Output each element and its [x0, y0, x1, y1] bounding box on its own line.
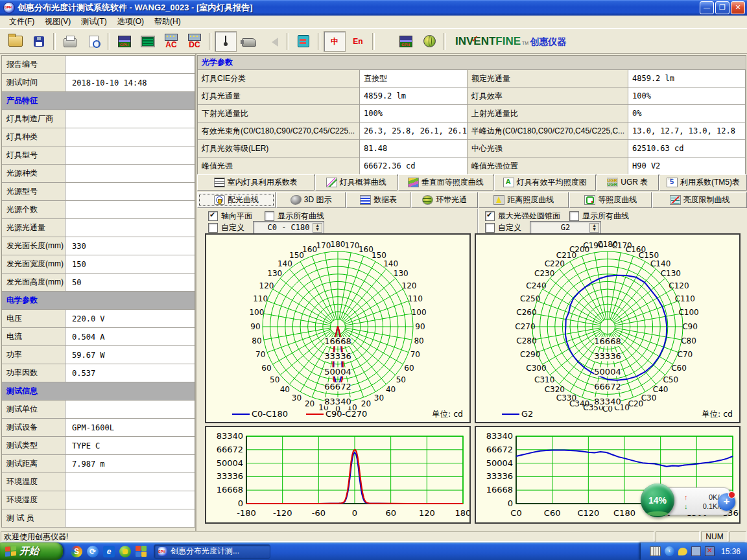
plane-select[interactable]: C0 - C180 ▲▼ — [253, 221, 324, 235]
title-bar: 创惠分布光度计测试系统软件 - WANG2_0023 - [室内灯具报告] — … — [0, 0, 747, 16]
custom-right-checkbox[interactable] — [485, 223, 495, 233]
plane-spinner[interactable]: ▲▼ — [313, 223, 322, 233]
show-all-curves-right-checkbox[interactable] — [569, 211, 579, 221]
row-value[interactable] — [65, 401, 195, 418]
show-all-curves-left-checkbox[interactable] — [265, 211, 274, 221]
projector-icon[interactable] — [238, 31, 260, 52]
svg-text:C30: C30 — [641, 393, 657, 402]
quick-launch-desktop-icon[interactable] — [136, 546, 147, 557]
tab-label: 灯具有效平均照度图 — [517, 177, 587, 188]
svg-text:C290: C290 — [520, 350, 540, 359]
close-button[interactable]: ✕ — [731, 1, 745, 14]
svg-text:0: 0 — [352, 508, 357, 518]
row-value[interactable] — [65, 165, 195, 182]
tab-环带光通[interactable]: 环带光通 — [411, 192, 478, 208]
row-value[interactable]: 7.987 m — [65, 455, 195, 472]
menu-item-0[interactable]: 文件(F) — [4, 15, 40, 29]
minimize-button[interactable]: — — [700, 1, 714, 14]
globe-icon[interactable] — [418, 31, 440, 52]
row-value[interactable]: GPM-1600L — [65, 419, 195, 436]
row-value[interactable]: TYPE C — [65, 437, 195, 454]
keyboard-tray-icon[interactable] — [650, 546, 661, 556]
ac-source-icon[interactable]: AC — [160, 31, 182, 52]
svg-text:C180: C180 — [613, 508, 635, 518]
network-disconnected-icon[interactable]: ✕ — [705, 546, 715, 556]
row-value[interactable]: 2018-10-10 14:48 — [65, 74, 195, 91]
gpm-device-icon[interactable] — [113, 31, 136, 52]
table-row: 功率因数0.537 — [2, 364, 195, 382]
status-panel-spare — [656, 531, 700, 542]
tab-垂直面等照度曲线[interactable]: 垂直面等照度曲线 — [398, 174, 493, 191]
row-value[interactable] — [65, 219, 195, 237]
tab-灯具概算曲线[interactable]: 灯具概算曲线 — [315, 174, 397, 191]
save-icon[interactable] — [28, 31, 50, 52]
row-value[interactable] — [65, 146, 195, 164]
messenger-tray-icon[interactable] — [678, 548, 687, 555]
open-icon[interactable] — [5, 31, 27, 52]
tab-label: 室内灯具利用系数表 — [228, 177, 298, 188]
quick-launch-ie-icon[interactable]: e — [103, 546, 115, 557]
svg-text:C100: C100 — [678, 308, 698, 317]
taskbar-task-button[interactable]: 创惠分布光度计测... — [154, 544, 270, 559]
row-value[interactable]: 0.537 — [65, 364, 195, 382]
row-value[interactable] — [65, 509, 195, 527]
tab-3D 图示[interactable]: 3D 图示 — [276, 192, 346, 208]
optical-value: 62510.63 cd — [628, 140, 746, 157]
menu-item-1[interactable]: 视图(V) — [40, 15, 76, 29]
row-value[interactable] — [65, 183, 195, 200]
gpm-device2-icon[interactable] — [395, 31, 417, 52]
tab-亮度限制曲线[interactable]: 亮度限制曲线 — [652, 192, 747, 208]
row-value[interactable]: 50 — [65, 274, 195, 291]
max-intensity-cone-checkbox[interactable] — [485, 211, 495, 221]
preview-icon[interactable] — [82, 31, 104, 52]
pendulum-test-icon[interactable] — [215, 31, 237, 52]
start-button[interactable]: 开始 — [0, 542, 63, 560]
tab-室内灯具利用系数表[interactable]: 室内灯具利用系数表 — [197, 174, 314, 191]
row-value[interactable]: 59.67 W — [65, 346, 195, 364]
quick-launch-browser-icon[interactable]: ⟳ — [87, 546, 99, 557]
dc-source-icon[interactable]: DC — [184, 31, 206, 52]
row-value[interactable] — [65, 491, 195, 509]
tab-距离照度曲线[interactable]: 距离照度曲线 — [479, 192, 569, 208]
menu-item-4[interactable]: 帮助(H) — [149, 15, 186, 29]
toolbar-separator — [53, 33, 56, 50]
row-value[interactable] — [65, 110, 195, 128]
table-row: 光源个数 — [2, 201, 195, 219]
menu-item-2[interactable]: 测试(T) — [76, 15, 112, 29]
menu-item-3[interactable]: 选项(O) — [112, 15, 149, 29]
row-label: 功率 — [2, 346, 65, 364]
language-tray-icon[interactable]: ‹ — [665, 546, 674, 556]
print-icon[interactable] — [59, 31, 81, 52]
screen-capture-icon — [141, 36, 155, 47]
lang-zh-button[interactable]: 中 — [324, 31, 346, 52]
tab-等照度曲线[interactable]: 等照度曲线 — [569, 192, 652, 208]
control-panel-icon[interactable] — [292, 31, 314, 52]
svg-text:C230: C230 — [534, 269, 554, 278]
tab-利用系数(TM5)表[interactable]: 利用系数(TM5)表 — [659, 174, 747, 191]
tab-灯具有效平均照度图[interactable]: 灯具有效平均照度图 — [494, 174, 596, 191]
svg-text:40: 40 — [280, 385, 290, 394]
volume-tray-icon[interactable] — [691, 546, 701, 556]
row-value[interactable] — [65, 201, 195, 218]
quick-launch-safety-icon[interactable] — [119, 546, 131, 557]
custom-left-checkbox[interactable] — [208, 223, 218, 233]
speed-monitor-overlay[interactable]: ↑0K/s ↓0.1K/s 14% + — [641, 484, 735, 520]
screen-capture-icon[interactable] — [137, 31, 159, 52]
row-value[interactable] — [65, 473, 195, 491]
row-value[interactable] — [65, 56, 195, 73]
row-value[interactable]: 330 — [65, 237, 195, 255]
row-value[interactable] — [65, 128, 195, 146]
lang-en-button[interactable]: En — [347, 31, 369, 52]
restore-button[interactable]: ❐ — [715, 1, 729, 14]
row-value[interactable]: 220.0 V — [65, 310, 195, 327]
memory-usage-ball[interactable]: 14% — [641, 484, 674, 517]
row-value[interactable]: 0.504 A — [65, 328, 195, 345]
row-value[interactable]: 150 — [65, 255, 195, 273]
cone-spinner[interactable]: ▲▼ — [589, 223, 599, 233]
axial-plane-checkbox[interactable] — [208, 211, 218, 221]
tab-UGR 表[interactable]: UGR 表 — [597, 174, 659, 191]
cone-select[interactable]: G2 ▲▼ — [530, 221, 601, 235]
quick-launch-sogou-icon[interactable]: S — [71, 546, 82, 557]
tab-数据表[interactable]: 数据表 — [346, 192, 410, 208]
tab-配光曲线[interactable]: 配光曲线 — [197, 192, 276, 208]
